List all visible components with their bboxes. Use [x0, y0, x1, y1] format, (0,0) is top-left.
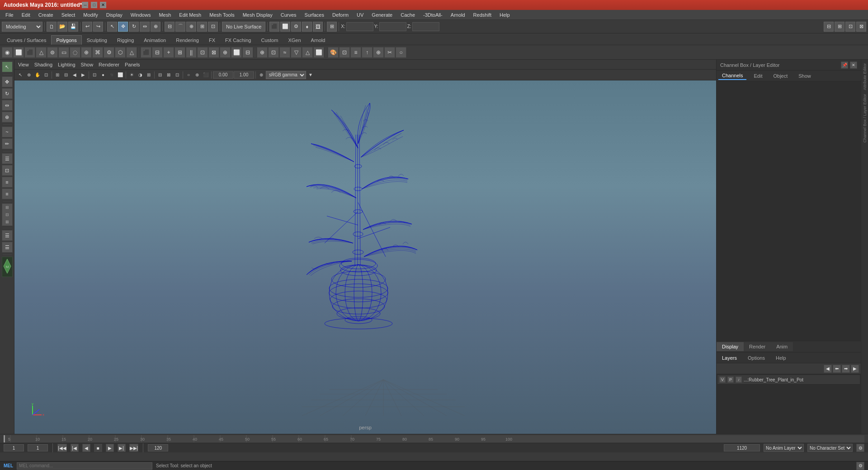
- channel-box-lt[interactable]: ≡: [2, 188, 13, 199]
- snap-view-button[interactable]: ⊞: [197, 22, 207, 32]
- close-button[interactable]: ✕: [100, 2, 106, 8]
- open-button[interactable]: 📂: [57, 22, 67, 32]
- pt-torus[interactable]: ⊚: [47, 47, 58, 58]
- anim-layer-field[interactable]: [724, 444, 760, 451]
- ch-tab-anim[interactable]: Anim: [771, 342, 793, 351]
- pt-append[interactable]: +: [163, 47, 174, 58]
- pt-reduce[interactable]: ▽: [291, 47, 302, 58]
- pt-insert-loop[interactable]: ||: [186, 47, 197, 58]
- pt-sphere[interactable]: ◉: [2, 47, 13, 58]
- pt-extrude[interactable]: ⬛: [141, 47, 151, 58]
- pt-merge[interactable]: ⊞: [175, 47, 185, 58]
- tab-curves-surfaces[interactable]: Curves / Surfaces: [2, 35, 51, 45]
- tab-animation[interactable]: Animation: [139, 35, 171, 45]
- tab-xgen[interactable]: XGen: [283, 35, 306, 45]
- vp-menu-lighting[interactable]: Lighting: [58, 62, 75, 67]
- pt-target-weld[interactable]: ⊕: [373, 47, 384, 58]
- anim-options-button[interactable]: ⚙: [856, 444, 864, 452]
- pt-connect[interactable]: ⊕: [220, 47, 231, 58]
- z-field[interactable]: [412, 22, 439, 31]
- layer-next-btn[interactable]: ▶: [851, 365, 859, 373]
- x-field[interactable]: [346, 22, 373, 31]
- vt-prev-view[interactable]: ◀: [71, 71, 79, 79]
- ui-layout-button[interactable]: ⊞: [327, 22, 337, 32]
- stop-button[interactable]: ■: [94, 444, 102, 452]
- workspace-dropdown[interactable]: Modeling: [2, 22, 42, 32]
- workspace-layout-4[interactable]: ⊠: [856, 22, 866, 32]
- pt-bridge[interactable]: ⊟: [152, 47, 163, 58]
- pt-gear[interactable]: ⚙: [104, 47, 114, 58]
- snap-grid-button[interactable]: ⊟: [165, 22, 175, 32]
- menu-surfaces[interactable]: Surfaces: [301, 11, 328, 19]
- vt-hardware-render[interactable]: ⬛: [202, 71, 210, 79]
- pt-helix[interactable]: ⌘: [92, 47, 103, 58]
- menu-edit-mesh[interactable]: Edit Mesh: [175, 11, 205, 19]
- vt-pan[interactable]: ✋: [33, 71, 42, 79]
- rp-tab-channels[interactable]: Channels: [718, 72, 746, 80]
- vt-gamma[interactable]: ⊕: [257, 71, 265, 79]
- scale-tool-lt[interactable]: ⇔: [2, 100, 13, 111]
- ipr-button[interactable]: ⬜: [280, 22, 290, 32]
- soft-mod-lt[interactable]: ~: [2, 127, 13, 137]
- workspace-layout-3[interactable]: ⊡: [845, 22, 855, 32]
- layer-back-btn[interactable]: ⬅: [833, 365, 841, 373]
- tab-fx-caching[interactable]: FX Caching: [220, 35, 256, 45]
- play-back-button[interactable]: ◀: [82, 444, 90, 452]
- menu-file[interactable]: File: [2, 11, 17, 19]
- mel-input[interactable]: [17, 462, 152, 470]
- viewport-3d[interactable]: x y .wire { fill: none; stroke: #0000cc;…: [14, 80, 716, 434]
- menu-display[interactable]: Display: [103, 11, 126, 19]
- tab-sculpting[interactable]: Sculpting: [82, 35, 112, 45]
- hypergraph-lt[interactable]: ⊡: [2, 165, 13, 176]
- layer-fwd-btn[interactable]: ➡: [842, 365, 850, 373]
- menu-help[interactable]: Help: [496, 11, 514, 19]
- tab-fx[interactable]: FX: [204, 35, 220, 45]
- paint-tool-lt[interactable]: ✏: [2, 138, 13, 149]
- new-scene-button[interactable]: 🗋: [47, 22, 57, 32]
- attribute-editor-tab[interactable]: Attribute Editor: [862, 61, 868, 92]
- rp-tab-show[interactable]: Show: [795, 72, 815, 80]
- lst-tab-layers[interactable]: Layers: [718, 354, 741, 362]
- scale-tool-button[interactable]: ⇔: [140, 22, 150, 32]
- menu-modify[interactable]: Modify: [80, 11, 101, 19]
- vt-resolution-gate[interactable]: ⊡: [173, 71, 181, 79]
- lst-tab-help[interactable]: Help: [772, 354, 790, 362]
- play-forward-button[interactable]: ▶: [106, 444, 114, 452]
- start-frame-field[interactable]: [28, 444, 48, 451]
- tab-polygons[interactable]: Polygons: [51, 35, 81, 45]
- render-layers-lt[interactable]: ☰: [2, 242, 13, 253]
- step-back-button[interactable]: |◀: [71, 444, 79, 452]
- pt-cube[interactable]: ⬜: [13, 47, 24, 58]
- vt-grid-toggle[interactable]: ⊟: [156, 71, 164, 79]
- pt-smooth[interactable]: ≈: [279, 47, 290, 58]
- layer-play-0[interactable]: P: [727, 376, 734, 383]
- workspace-layout-1[interactable]: ⊟: [824, 22, 834, 32]
- vp-menu-show[interactable]: Show: [81, 62, 94, 67]
- pt-normals[interactable]: ↑: [362, 47, 373, 58]
- y-field[interactable]: [379, 22, 406, 31]
- menu-arnold[interactable]: Arnold: [447, 11, 469, 19]
- select-tool-lt[interactable]: ↖: [2, 61, 13, 72]
- menu-uv[interactable]: UV: [353, 11, 367, 19]
- ch-tab-display[interactable]: Display: [717, 342, 744, 351]
- rp-close-button[interactable]: ✕: [850, 61, 857, 69]
- rotate-tool-button[interactable]: ↻: [129, 22, 139, 32]
- select-tool-button[interactable]: ↖: [107, 22, 117, 32]
- pt-combine[interactable]: ⊕: [257, 47, 268, 58]
- universal-tool-lt[interactable]: ⊕: [2, 112, 13, 122]
- step-fwd-button[interactable]: ▶|: [118, 444, 126, 452]
- vt-field-2[interactable]: [234, 71, 254, 79]
- live-surface-button[interactable]: No Live Surface: [222, 22, 265, 32]
- move-tool-lt[interactable]: ✥: [2, 76, 13, 87]
- pt-vertex-color[interactable]: 🎨: [328, 47, 339, 58]
- workspace-layout-2[interactable]: ⊞: [835, 22, 844, 32]
- tab-rigging[interactable]: Rigging: [112, 35, 139, 45]
- menu-mesh-display[interactable]: Mesh Display: [239, 11, 276, 19]
- layer-type-0[interactable]: /: [736, 376, 742, 383]
- tab-rendering[interactable]: Rendering: [171, 35, 204, 45]
- hypershade-button[interactable]: ♦: [302, 22, 312, 32]
- menu-generate[interactable]: Generate: [368, 11, 396, 19]
- timeline-track[interactable]: 5 10 15 20 25 30 35 40 45 50 55 60 65 70…: [4, 435, 864, 442]
- snap-surface-button[interactable]: ⊡: [208, 22, 218, 32]
- pt-crease[interactable]: ≡: [350, 47, 361, 58]
